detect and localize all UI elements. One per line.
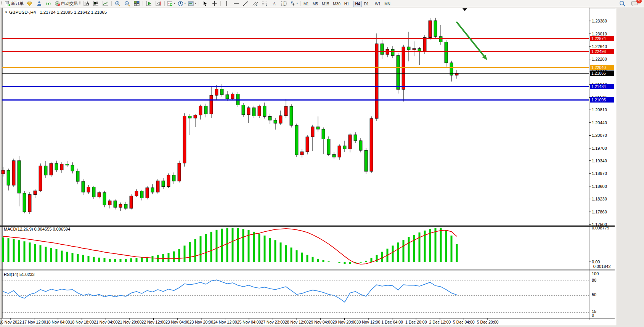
down-candle: [391, 49, 394, 55]
arrows-button[interactable]: ▾: [289, 0, 299, 7]
horizontal-line-button[interactable]: [231, 0, 241, 7]
up-candle: [199, 106, 202, 115]
down-candle: [188, 116, 191, 118]
tile-windows-icon: [134, 1, 140, 6]
up-candle: [231, 94, 234, 99]
down-candle: [103, 192, 106, 205]
down-candle: [151, 188, 154, 192]
channel-button[interactable]: E: [251, 0, 260, 7]
down-candle: [76, 171, 79, 181]
down-candle: [407, 47, 410, 50]
up-candle: [167, 175, 170, 187]
signals-button[interactable]: [44, 0, 53, 7]
toolbar-drag-handle[interactable]: [1, 1, 2, 6]
up-candle: [429, 21, 432, 37]
zoom-out-button[interactable]: [122, 0, 132, 7]
new-order-label: 新订单: [11, 1, 24, 6]
chevron-down-icon: ▾: [185, 2, 186, 5]
signal-icon: [46, 1, 51, 6]
horizontal-line-icon: [233, 2, 239, 5]
line-chart-button[interactable]: [101, 0, 110, 7]
person-icon: [37, 1, 42, 6]
market-watch-button[interactable]: [25, 0, 34, 7]
chart-shift-button[interactable]: [154, 0, 163, 7]
timeframe-d1[interactable]: D1: [362, 1, 371, 7]
notifications-button[interactable]: 1: [630, 0, 639, 7]
up-candle: [156, 181, 159, 192]
timeframe-h1[interactable]: H1: [342, 1, 351, 7]
cursor-button[interactable]: [200, 0, 210, 7]
up-candle: [178, 163, 181, 181]
down-candle: [263, 106, 266, 116]
auto-scroll-button[interactable]: [144, 0, 154, 7]
down-candle: [140, 191, 143, 198]
timeframe-m5[interactable]: M5: [311, 1, 320, 7]
separator: [164, 1, 165, 6]
down-candle: [290, 106, 293, 125]
notification-badge: 1: [636, 0, 642, 3]
chevron-down-icon: ▾: [195, 2, 196, 5]
vertical-line-button[interactable]: [222, 0, 231, 7]
down-candle: [172, 175, 175, 181]
crosshair-button[interactable]: [210, 0, 219, 7]
timeframe-w1[interactable]: W1: [373, 1, 382, 7]
separator: [111, 1, 112, 6]
separator: [143, 1, 143, 6]
up-candle: [60, 164, 63, 170]
line-chart-icon: [103, 1, 108, 6]
chevron-down-icon: ▾: [297, 2, 298, 5]
up-candle: [98, 192, 101, 197]
cursor-icon: [202, 1, 207, 6]
down-candle: [220, 89, 223, 95]
down-candle: [354, 135, 357, 141]
up-candle: [348, 135, 352, 149]
autotrading-button[interactable]: 自动交易: [53, 0, 79, 7]
templates-button[interactable]: ▾: [187, 0, 198, 7]
trendline-button[interactable]: [241, 0, 251, 7]
text-label-button[interactable]: T: [279, 0, 289, 7]
down-candle: [397, 56, 400, 90]
down-candle: [343, 146, 346, 149]
up-candle: [39, 166, 42, 191]
up-candle: [300, 152, 304, 155]
periods-button[interactable]: ▾: [177, 0, 187, 7]
up-candle: [370, 119, 373, 172]
down-candle: [434, 21, 437, 37]
down-candle: [242, 105, 245, 114]
up-candle: [87, 187, 90, 192]
down-candle: [327, 139, 330, 154]
timeframe-h4[interactable]: H4: [353, 1, 362, 7]
indicators-icon: [167, 1, 173, 6]
down-candle: [66, 164, 69, 165]
fibonacci-button[interactable]: F: [260, 0, 270, 7]
candlestick-icon: [93, 1, 99, 6]
down-candle: [316, 127, 320, 129]
channel-icon: E: [252, 1, 258, 6]
shapes-icon: [290, 1, 296, 6]
zoom-in-icon: [115, 1, 120, 6]
chart-shift-icon: [156, 1, 161, 6]
candlestick-button[interactable]: [91, 0, 101, 7]
tile-windows-button[interactable]: [132, 0, 141, 7]
chart-canvas[interactable]: [0, 0, 644, 327]
down-candle: [445, 42, 448, 63]
toolbar-drag-handle[interactable]: [79, 1, 80, 6]
indicators-button[interactable]: ▾: [166, 0, 177, 7]
data-window-button[interactable]: [34, 0, 44, 7]
down-candle: [162, 181, 165, 186]
timeframe-mn[interactable]: MN: [382, 1, 392, 7]
auto-scroll-icon: [146, 1, 152, 6]
down-candle: [252, 108, 255, 116]
zoom-out-icon: [124, 1, 130, 6]
bar-chart-button[interactable]: [82, 0, 91, 7]
zoom-in-button[interactable]: [113, 0, 122, 7]
new-order-button[interactable]: 新订单: [3, 0, 25, 7]
timeframe-m1[interactable]: M1: [302, 1, 311, 7]
template-icon: [188, 1, 194, 6]
search-button[interactable]: [617, 0, 627, 7]
timeframe-m15[interactable]: M15: [320, 1, 331, 7]
up-candle: [135, 191, 138, 196]
down-candle: [365, 150, 368, 171]
timeframe-m30[interactable]: M30: [331, 1, 342, 7]
text-button[interactable]: A: [270, 0, 279, 7]
